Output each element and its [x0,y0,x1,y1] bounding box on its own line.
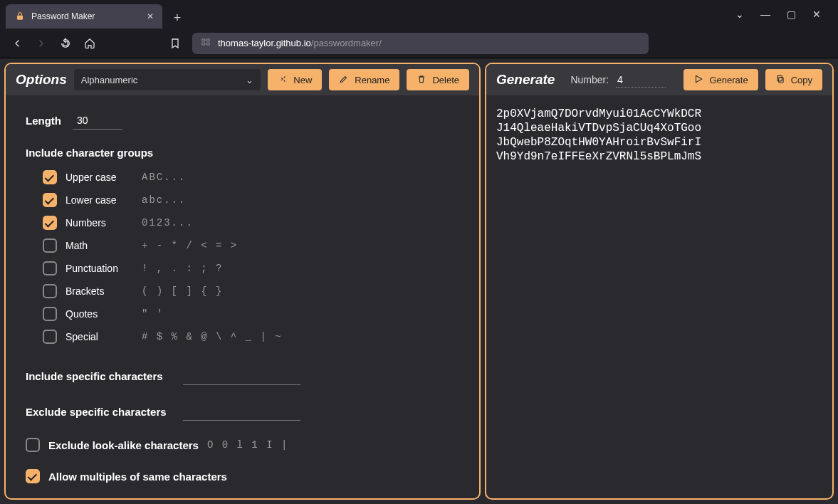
lock-icon [14,11,26,22]
svg-rect-3 [202,43,205,45]
charset-checkbox[interactable] [43,330,57,344]
svg-rect-2 [206,39,209,41]
charset-samples: abc... [142,194,186,206]
chevron-down-icon: ⌄ [246,75,253,85]
svg-rect-1 [202,39,205,41]
svg-rect-5 [778,77,782,83]
exclude-specific-label: Exclude specific characters [26,406,172,418]
svg-rect-0 [17,16,23,20]
url-host: thomas-taylor.github.io [218,38,311,48]
trash-icon [417,74,426,86]
preset-value: Alphanumeric [81,75,138,85]
url-path: /passwordmaker/ [311,38,382,48]
charset-checkbox[interactable] [43,216,57,230]
allow-multiples-label: Allow multiples of same characters [48,471,227,483]
rename-button[interactable]: Rename [329,69,399,90]
charset-samples: ! , . : ; ? [142,263,223,274]
chevron-down-icon[interactable]: ⌄ [733,9,747,20]
charset-label: Quotes [66,308,133,320]
charset-checkbox[interactable] [43,238,57,253]
generate-button[interactable]: Generate [684,69,758,90]
groups-label: Include character groups [26,147,459,159]
tab-title: Password Maker [31,11,95,21]
delete-button[interactable]: Delete [407,69,469,90]
charset-checkbox[interactable] [43,261,57,275]
close-window-icon[interactable]: ✕ [810,9,824,20]
include-specific-input[interactable] [183,367,300,385]
charset-checkbox[interactable] [43,307,57,321]
forward-button[interactable] [31,33,51,53]
allow-multiples-checkbox[interactable] [26,469,40,483]
new-tab-button[interactable]: + [167,7,188,28]
charset-samples: 0123... [142,217,194,229]
exclude-lookalike-label: Exclude look-alike characters [48,439,199,451]
include-specific-label: Include specific characters [26,370,172,382]
minimize-icon[interactable]: ― [758,9,772,20]
charset-checkbox[interactable] [43,170,57,184]
charset-row: Math+ - * / < = > [26,238,459,253]
charset-samples: + - * / < = > [142,240,238,251]
charset-label: Punctuation [66,263,133,274]
maximize-icon[interactable]: ▢ [784,9,798,20]
copy-icon [775,74,785,86]
charset-label: Lower case [66,194,133,206]
charset-label: Upper case [66,172,133,183]
charset-row: Upper caseABC... [26,170,459,184]
exclude-specific-input[interactable] [183,402,300,421]
generate-title: Generate [496,72,555,88]
close-tab-icon[interactable]: ✕ [147,11,154,21]
home-button[interactable] [80,33,100,53]
length-input[interactable] [73,111,122,130]
charset-samples: ABC... [142,172,186,183]
charset-samples: ( ) [ ] { } [142,285,223,297]
sparkle-icon [278,74,288,86]
options-title: Options [16,72,67,88]
preset-select[interactable]: Alphanumeric ⌄ [74,69,261,90]
generated-output[interactable]: 2p0XVjamQ7DOrvdMyui01AcCYWkDCR J14QleaeH… [486,95,832,175]
charset-label: Special [66,331,133,342]
charset-samples: # $ % & @ \ ^ _ | ~ [142,331,283,342]
charset-row: Lower caseabc... [26,193,459,207]
exclude-lookalike-checkbox[interactable] [26,438,40,452]
bookmark-icon[interactable] [165,33,185,53]
charset-row: Quotes" ' [26,307,459,321]
charset-row: Punctuation! , . : ; ? [26,261,459,275]
play-icon [693,74,703,86]
options-panel: Options Alphanumeric ⌄ New Rename [4,63,481,500]
url-bar[interactable]: thomas-taylor.github.io/passwordmaker/ [192,33,649,54]
length-label: Length [26,115,61,127]
pencil-icon [339,74,349,86]
new-button[interactable]: New [268,69,322,90]
charset-label: Math [66,240,133,251]
charset-row: Numbers0123... [26,216,459,230]
charset-label: Numbers [66,217,133,229]
svg-rect-6 [777,75,782,81]
number-label: Number: [570,74,609,85]
copy-button[interactable]: Copy [765,69,822,90]
charset-row: Brackets( ) [ ] { } [26,284,459,298]
charset-checkbox[interactable] [43,193,57,207]
number-input[interactable] [616,73,666,88]
generate-panel: Generate Number: Generate Copy 2p0XVjamQ… [485,63,834,500]
back-button[interactable] [7,33,27,53]
site-settings-icon[interactable] [201,37,211,49]
reload-button[interactable] [56,33,75,53]
charset-row: Special# $ % & @ \ ^ _ | ~ [26,330,459,344]
charset-checkbox[interactable] [43,284,57,298]
charset-samples: " ' [142,308,164,320]
browser-tab[interactable]: Password Maker ✕ [6,4,162,28]
charset-label: Brackets [66,285,133,297]
svg-rect-4 [206,43,209,45]
lookalike-samples: O 0 l 1 I | [207,439,288,451]
